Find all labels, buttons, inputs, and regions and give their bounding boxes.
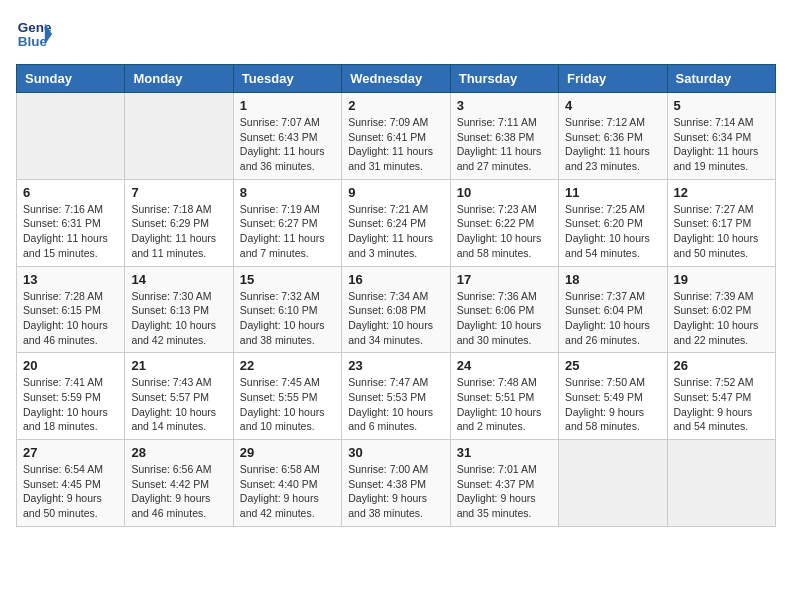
day-number: 15	[240, 272, 335, 287]
day-number: 21	[131, 358, 226, 373]
day-number: 25	[565, 358, 660, 373]
calendar-cell	[125, 93, 233, 180]
day-number: 31	[457, 445, 552, 460]
calendar-cell: 25Sunrise: 7:50 AM Sunset: 5:49 PM Dayli…	[559, 353, 667, 440]
cell-info: Sunrise: 7:43 AM Sunset: 5:57 PM Dayligh…	[131, 375, 226, 434]
calendar-cell: 17Sunrise: 7:36 AM Sunset: 6:06 PM Dayli…	[450, 266, 558, 353]
cell-info: Sunrise: 7:48 AM Sunset: 5:51 PM Dayligh…	[457, 375, 552, 434]
logo-icon: General Blue	[16, 16, 52, 52]
cell-info: Sunrise: 7:32 AM Sunset: 6:10 PM Dayligh…	[240, 289, 335, 348]
day-number: 13	[23, 272, 118, 287]
cell-info: Sunrise: 7:23 AM Sunset: 6:22 PM Dayligh…	[457, 202, 552, 261]
calendar-cell: 14Sunrise: 7:30 AM Sunset: 6:13 PM Dayli…	[125, 266, 233, 353]
day-header-wednesday: Wednesday	[342, 65, 450, 93]
cell-info: Sunrise: 7:41 AM Sunset: 5:59 PM Dayligh…	[23, 375, 118, 434]
day-number: 30	[348, 445, 443, 460]
day-number: 28	[131, 445, 226, 460]
calendar-cell: 4Sunrise: 7:12 AM Sunset: 6:36 PM Daylig…	[559, 93, 667, 180]
calendar-cell: 16Sunrise: 7:34 AM Sunset: 6:08 PM Dayli…	[342, 266, 450, 353]
day-number: 14	[131, 272, 226, 287]
day-number: 3	[457, 98, 552, 113]
calendar-cell: 15Sunrise: 7:32 AM Sunset: 6:10 PM Dayli…	[233, 266, 341, 353]
day-number: 18	[565, 272, 660, 287]
calendar-cell: 24Sunrise: 7:48 AM Sunset: 5:51 PM Dayli…	[450, 353, 558, 440]
cell-info: Sunrise: 7:47 AM Sunset: 5:53 PM Dayligh…	[348, 375, 443, 434]
calendar-cell: 31Sunrise: 7:01 AM Sunset: 4:37 PM Dayli…	[450, 440, 558, 527]
calendar-cell: 11Sunrise: 7:25 AM Sunset: 6:20 PM Dayli…	[559, 179, 667, 266]
day-number: 19	[674, 272, 769, 287]
day-header-saturday: Saturday	[667, 65, 775, 93]
calendar-cell: 6Sunrise: 7:16 AM Sunset: 6:31 PM Daylig…	[17, 179, 125, 266]
cell-info: Sunrise: 6:56 AM Sunset: 4:42 PM Dayligh…	[131, 462, 226, 521]
week-row-1: 1Sunrise: 7:07 AM Sunset: 6:43 PM Daylig…	[17, 93, 776, 180]
cell-info: Sunrise: 7:36 AM Sunset: 6:06 PM Dayligh…	[457, 289, 552, 348]
week-row-2: 6Sunrise: 7:16 AM Sunset: 6:31 PM Daylig…	[17, 179, 776, 266]
calendar-cell: 13Sunrise: 7:28 AM Sunset: 6:15 PM Dayli…	[17, 266, 125, 353]
day-number: 6	[23, 185, 118, 200]
day-number: 4	[565, 98, 660, 113]
day-number: 29	[240, 445, 335, 460]
day-number: 1	[240, 98, 335, 113]
day-number: 23	[348, 358, 443, 373]
calendar-cell: 3Sunrise: 7:11 AM Sunset: 6:38 PM Daylig…	[450, 93, 558, 180]
cell-info: Sunrise: 7:34 AM Sunset: 6:08 PM Dayligh…	[348, 289, 443, 348]
calendar-cell: 9Sunrise: 7:21 AM Sunset: 6:24 PM Daylig…	[342, 179, 450, 266]
day-number: 5	[674, 98, 769, 113]
cell-info: Sunrise: 7:18 AM Sunset: 6:29 PM Dayligh…	[131, 202, 226, 261]
day-number: 26	[674, 358, 769, 373]
calendar-cell: 28Sunrise: 6:56 AM Sunset: 4:42 PM Dayli…	[125, 440, 233, 527]
day-number: 10	[457, 185, 552, 200]
calendar-cell: 7Sunrise: 7:18 AM Sunset: 6:29 PM Daylig…	[125, 179, 233, 266]
day-number: 9	[348, 185, 443, 200]
week-row-3: 13Sunrise: 7:28 AM Sunset: 6:15 PM Dayli…	[17, 266, 776, 353]
cell-info: Sunrise: 7:19 AM Sunset: 6:27 PM Dayligh…	[240, 202, 335, 261]
cell-info: Sunrise: 7:28 AM Sunset: 6:15 PM Dayligh…	[23, 289, 118, 348]
calendar-cell: 2Sunrise: 7:09 AM Sunset: 6:41 PM Daylig…	[342, 93, 450, 180]
day-number: 24	[457, 358, 552, 373]
cell-info: Sunrise: 7:37 AM Sunset: 6:04 PM Dayligh…	[565, 289, 660, 348]
cell-info: Sunrise: 7:52 AM Sunset: 5:47 PM Dayligh…	[674, 375, 769, 434]
day-number: 2	[348, 98, 443, 113]
cell-info: Sunrise: 7:01 AM Sunset: 4:37 PM Dayligh…	[457, 462, 552, 521]
calendar-cell: 18Sunrise: 7:37 AM Sunset: 6:04 PM Dayli…	[559, 266, 667, 353]
calendar-cell: 21Sunrise: 7:43 AM Sunset: 5:57 PM Dayli…	[125, 353, 233, 440]
cell-info: Sunrise: 7:09 AM Sunset: 6:41 PM Dayligh…	[348, 115, 443, 174]
calendar-cell	[667, 440, 775, 527]
calendar-cell: 23Sunrise: 7:47 AM Sunset: 5:53 PM Dayli…	[342, 353, 450, 440]
day-number: 11	[565, 185, 660, 200]
calendar-cell	[17, 93, 125, 180]
logo: General Blue	[16, 16, 52, 52]
calendar-cell: 8Sunrise: 7:19 AM Sunset: 6:27 PM Daylig…	[233, 179, 341, 266]
calendar-cell: 5Sunrise: 7:14 AM Sunset: 6:34 PM Daylig…	[667, 93, 775, 180]
calendar-table: SundayMondayTuesdayWednesdayThursdayFrid…	[16, 64, 776, 527]
day-header-tuesday: Tuesday	[233, 65, 341, 93]
day-number: 16	[348, 272, 443, 287]
cell-info: Sunrise: 7:14 AM Sunset: 6:34 PM Dayligh…	[674, 115, 769, 174]
week-row-5: 27Sunrise: 6:54 AM Sunset: 4:45 PM Dayli…	[17, 440, 776, 527]
day-header-thursday: Thursday	[450, 65, 558, 93]
day-header-monday: Monday	[125, 65, 233, 93]
day-number: 12	[674, 185, 769, 200]
cell-info: Sunrise: 7:11 AM Sunset: 6:38 PM Dayligh…	[457, 115, 552, 174]
day-number: 27	[23, 445, 118, 460]
cell-info: Sunrise: 7:27 AM Sunset: 6:17 PM Dayligh…	[674, 202, 769, 261]
svg-text:Blue: Blue	[18, 34, 48, 49]
calendar-cell: 1Sunrise: 7:07 AM Sunset: 6:43 PM Daylig…	[233, 93, 341, 180]
day-number: 20	[23, 358, 118, 373]
cell-info: Sunrise: 7:12 AM Sunset: 6:36 PM Dayligh…	[565, 115, 660, 174]
cell-info: Sunrise: 7:07 AM Sunset: 6:43 PM Dayligh…	[240, 115, 335, 174]
day-number: 22	[240, 358, 335, 373]
cell-info: Sunrise: 7:00 AM Sunset: 4:38 PM Dayligh…	[348, 462, 443, 521]
calendar-cell: 19Sunrise: 7:39 AM Sunset: 6:02 PM Dayli…	[667, 266, 775, 353]
header: General Blue	[16, 16, 776, 52]
calendar-cell: 20Sunrise: 7:41 AM Sunset: 5:59 PM Dayli…	[17, 353, 125, 440]
calendar-cell: 12Sunrise: 7:27 AM Sunset: 6:17 PM Dayli…	[667, 179, 775, 266]
cell-info: Sunrise: 6:54 AM Sunset: 4:45 PM Dayligh…	[23, 462, 118, 521]
day-header-sunday: Sunday	[17, 65, 125, 93]
day-number: 17	[457, 272, 552, 287]
day-header-friday: Friday	[559, 65, 667, 93]
cell-info: Sunrise: 7:50 AM Sunset: 5:49 PM Dayligh…	[565, 375, 660, 434]
day-number: 8	[240, 185, 335, 200]
cell-info: Sunrise: 7:16 AM Sunset: 6:31 PM Dayligh…	[23, 202, 118, 261]
day-number: 7	[131, 185, 226, 200]
